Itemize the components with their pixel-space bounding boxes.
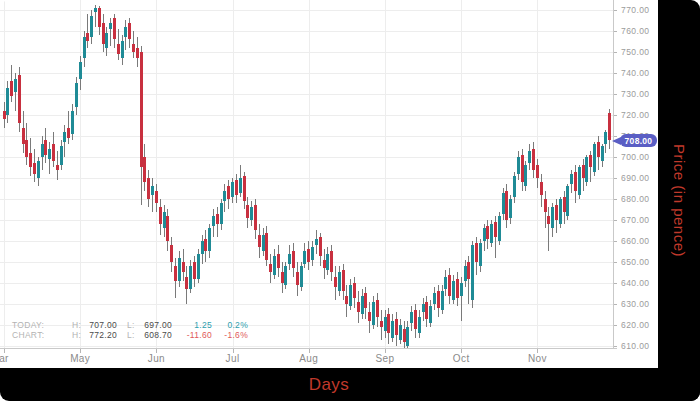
plot-area[interactable] [0,0,616,348]
candle-body [197,254,200,279]
candle-body [563,197,566,212]
y-axis-tick-label: 610.00 [621,341,649,351]
candle-body [460,283,463,296]
x-axis-tick-label: ar [0,353,9,364]
x-axis-tick-label: Nov [528,353,547,364]
candle-body [163,212,166,229]
candle-body [311,247,314,260]
candle-body [532,149,535,170]
candle-body [143,157,146,182]
candle-body [140,52,143,168]
candle-body [342,270,345,291]
candle-body [597,142,600,157]
current-price-badge: 708.00 [620,134,657,147]
candle-body [113,18,116,39]
candle-body [105,33,108,48]
candle-body [250,207,253,220]
candle-body [86,33,89,41]
candle-body [41,144,44,157]
gridline-horizontal [0,115,613,116]
candle-body [83,37,86,58]
candle-body [486,226,489,239]
candle-body [437,291,440,308]
candle-body [334,277,337,288]
chart-label: CHART: [12,330,62,340]
candle-body [223,191,226,202]
candle-body [56,165,59,169]
candle-body [414,310,417,329]
candle-body [601,146,604,161]
y-axis-tick-label: 670.00 [621,215,649,225]
candle-body [547,216,550,224]
candle-body [456,279,459,298]
gridline-horizontal [0,346,613,347]
candle-body [521,155,524,182]
candle-body [288,254,291,265]
candle-body [296,272,299,285]
y-axis-tick-label: 640.00 [621,278,649,288]
y-axis-tick-label: 720.00 [621,110,649,120]
candle-body [475,243,478,262]
today-label: TODAY: [12,320,62,330]
chart-low-label: L: [127,330,139,340]
candle-body [239,178,242,193]
candle-body [406,327,409,346]
y-axis-tick-label: 660.00 [621,236,649,246]
candle-body [37,161,40,178]
candle-body [505,191,508,220]
candle-body [151,186,154,194]
candle-body [265,233,268,260]
candle-body [574,172,577,191]
x-axis-title: Days [0,375,658,395]
candle-body [3,111,6,119]
candle-body [403,329,406,342]
candle-body [132,44,135,52]
candle-body [147,178,150,199]
candle-body [517,157,520,174]
candle-body [570,174,573,185]
today-change-percent: 0.2% [212,320,248,330]
candle-body [102,23,105,44]
y-axis-tick-label: 620.00 [621,320,649,330]
candle-body [502,193,505,214]
today-high-value: 707.00 [84,320,117,330]
candle-body [75,83,78,106]
x-axis-tick-label: May [70,353,90,364]
candle-body [536,165,539,178]
candle-body [273,256,276,275]
candle-wick [87,14,88,48]
candle-body [79,62,82,79]
candle-body [155,191,158,204]
y-axis-title: Price (in pence) [671,144,688,257]
candle-body [433,293,436,304]
gridline-horizontal [0,73,613,74]
y-axis-tick-label: 740.00 [621,68,649,78]
candle-body [338,272,341,291]
x-axis-tick-label: Oct [453,353,470,364]
candle-body [136,48,139,59]
gridline-horizontal [0,52,613,53]
today-low-value: 697.00 [139,320,172,330]
candle-body [243,176,246,201]
candle-body [166,216,169,241]
candle-body [593,144,596,171]
stats-row-today: TODAY: H: 707.00 L: 697.00 1.25 0.2% [12,320,248,330]
candle-body [124,27,127,38]
x-axis-line [0,348,617,349]
candle-body [395,319,398,336]
gridline-vertical [80,0,81,348]
candle-body [479,243,482,266]
y-axis-tick-label: 750.00 [621,47,649,57]
candle-body [48,149,51,160]
candle-body [189,266,192,289]
candle-body [452,281,455,300]
gridline-vertical [4,0,5,348]
candle-body [63,132,66,143]
stats-row-chart: CHART: H: 772.20 L: 608.70 -11.60 -1.6% [12,330,248,340]
candle-body [372,302,375,325]
x-axis-title-panel: Days [0,368,700,401]
candle-body [22,128,25,145]
candle-body [578,167,581,194]
candle-body [235,180,238,195]
candle-body [300,266,303,287]
